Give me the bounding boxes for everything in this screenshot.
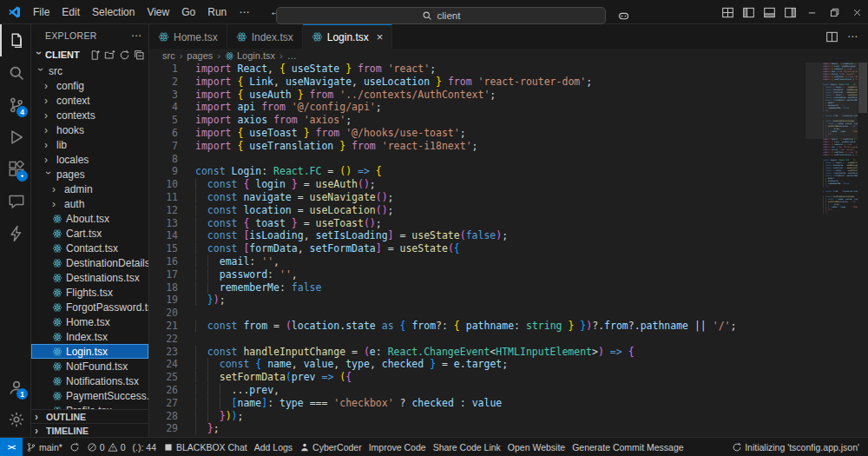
- scrollbar[interactable]: [858, 63, 868, 437]
- more-actions-icon[interactable]: ⋯: [131, 30, 141, 42]
- status-problems[interactable]: 00: [83, 438, 129, 456]
- activity-chat[interactable]: [0, 185, 30, 217]
- activity-extensions[interactable]: •: [0, 153, 30, 185]
- status-generate-commit-message[interactable]: Generate Commit Message: [569, 438, 687, 456]
- activity-search[interactable]: [0, 56, 30, 89]
- activity-blackbox[interactable]: [0, 217, 30, 249]
- tab-index-tsx[interactable]: Index.tsx: [227, 24, 303, 49]
- code-line[interactable]: 13 const { toast } = useToast();: [149, 217, 868, 230]
- code-line[interactable]: 21 const from = (location.state as { fro…: [149, 320, 868, 333]
- tree-item-profile-tsx[interactable]: Profile.tsx: [31, 403, 148, 409]
- menu-run[interactable]: Run: [201, 3, 233, 21]
- code-line[interactable]: 3import { useAuth } from '../contexts/Au…: [149, 89, 868, 102]
- menu-selection[interactable]: Selection: [86, 3, 141, 21]
- activity-accounts[interactable]: 1: [0, 371, 30, 403]
- remote-button[interactable]: ><: [0, 438, 23, 456]
- crumb-more[interactable]: …: [287, 50, 297, 61]
- code-line[interactable]: 2import { Link, useNavigate, useLocation…: [149, 76, 868, 89]
- close-button[interactable]: [845, 0, 868, 24]
- tree-item-admin[interactable]: ›admin: [31, 182, 148, 196]
- refresh-icon[interactable]: [119, 50, 130, 61]
- status-branch[interactable]: main*: [23, 438, 66, 456]
- code-line[interactable]: 4import api from '@/config/api';: [149, 101, 868, 114]
- tree-item-contexts[interactable]: ›contexts: [31, 108, 148, 122]
- tree-item-hooks[interactable]: ›hooks: [31, 122, 148, 137]
- tree-item-forgotpassword-tsx[interactable]: ForgotPassword.tsx: [31, 300, 148, 314]
- tree-item-contact-tsx[interactable]: Contact.tsx: [31, 241, 148, 255]
- tree-item-auth[interactable]: ›auth: [31, 196, 148, 211]
- status-sync[interactable]: [66, 438, 83, 456]
- status-add-logs[interactable]: Add Logs: [251, 438, 296, 456]
- code-line[interactable]: 12 const location = useLocation();: [149, 204, 868, 217]
- code-line[interactable]: 16 email: '',: [149, 255, 868, 268]
- minimize-button[interactable]: [800, 0, 823, 24]
- code-line[interactable]: 5import axios from 'axios';: [149, 114, 868, 127]
- restore-button[interactable]: [823, 0, 845, 24]
- tree-item-cart-tsx[interactable]: Cart.tsx: [31, 226, 148, 241]
- code-line[interactable]: 19 });: [149, 294, 868, 307]
- activity-settings[interactable]: [0, 403, 30, 435]
- new-folder-icon[interactable]: [104, 50, 115, 61]
- tree-item-paymentsuccess-tsx[interactable]: PaymentSuccess.tsx: [31, 388, 148, 403]
- tree-item-context[interactable]: ›context: [31, 93, 148, 108]
- code-line[interactable]: 20: [149, 307, 868, 320]
- code-line[interactable]: 26 ...prev,: [149, 384, 868, 397]
- code-line[interactable]: 22: [149, 333, 868, 346]
- tree-item-login-tsx[interactable]: Login.tsx: [31, 344, 148, 359]
- tab-login-tsx[interactable]: Login.tsx×: [303, 24, 393, 49]
- code-line[interactable]: 10 const { login } = useAuth();: [149, 178, 868, 191]
- tree-item-notifications-tsx[interactable]: Notifications.tsx: [31, 373, 148, 388]
- code-line[interactable]: 23 const handleInputChange = (e: React.C…: [149, 346, 868, 359]
- menu-edit[interactable]: Edit: [56, 3, 86, 21]
- tree-item-flights-tsx[interactable]: Flights.tsx: [31, 285, 148, 300]
- menu-view[interactable]: View: [141, 3, 175, 21]
- code-line[interactable]: 27 [name]: type === 'checkbox' ? checked…: [149, 397, 868, 410]
- activity-run-debug[interactable]: [0, 121, 30, 153]
- layout-panel-icon[interactable]: [759, 0, 779, 24]
- activity-source-control[interactable]: 4: [0, 89, 30, 121]
- command-center-search[interactable]: client: [276, 7, 606, 24]
- section-client[interactable]: › CLIENT: [31, 46, 148, 63]
- tree-item-config[interactable]: ›config: [31, 78, 148, 93]
- copilot-icon[interactable]: [613, 3, 634, 28]
- status-counter[interactable]: (.): 44: [129, 438, 160, 456]
- crumb-src[interactable]: src: [162, 50, 175, 61]
- layout-grid-icon[interactable]: [717, 0, 738, 24]
- tree-item-home-tsx[interactable]: Home.tsx: [31, 314, 148, 329]
- tree-item-destinations-tsx[interactable]: Destinations.tsx: [31, 270, 148, 285]
- scrollbar-thumb[interactable]: [858, 63, 867, 113]
- breadcrumb[interactable]: src›pages›Login.tsx›…: [149, 49, 868, 63]
- split-editor-icon[interactable]: [823, 24, 840, 49]
- status-share-code-link[interactable]: Share Code Link: [430, 438, 504, 456]
- tree-item-destinationdetails[interactable]: DestinationDetails....: [31, 255, 148, 270]
- status-initializing[interactable]: Initializing 'tsconfig.app.json': [728, 438, 863, 456]
- crumb-pages[interactable]: pages: [187, 50, 213, 61]
- code-line[interactable]: 25 setFormData(prev => ({: [149, 371, 868, 384]
- layout-sidebar-icon[interactable]: [738, 0, 759, 24]
- collapse-all-icon[interactable]: [134, 50, 145, 61]
- tree-item-lib[interactable]: ›lib: [31, 137, 148, 152]
- menu-more[interactable]: ⋯: [233, 3, 255, 21]
- code-line[interactable]: 14 const [isLoading, setIsLoading] = use…: [149, 229, 868, 242]
- new-file-icon[interactable]: [89, 50, 101, 61]
- tree-item-locales[interactable]: ›locales: [31, 152, 148, 167]
- status-improve-code[interactable]: Improve Code: [365, 438, 430, 456]
- menu-file[interactable]: File: [27, 3, 56, 21]
- code-line[interactable]: 6import { useToast } from '@/hooks/use-t…: [149, 127, 868, 140]
- crumb-login-tsx[interactable]: Login.tsx: [225, 50, 275, 61]
- status-cybercoder[interactable]: CyberCoder: [296, 438, 365, 456]
- layout-sidebar-right-icon[interactable]: [779, 0, 800, 24]
- tree-item-about-tsx[interactable]: About.tsx: [31, 211, 148, 226]
- tree-item-pages[interactable]: ›pages: [31, 167, 148, 182]
- section-timeline[interactable]: ›TIMELINE: [31, 423, 148, 437]
- code-line[interactable]: 24 const { name, value, type, checked } …: [149, 358, 868, 371]
- activity-explorer[interactable]: [0, 24, 30, 56]
- tree-item-notfound-tsx[interactable]: NotFound.tsx: [31, 359, 148, 373]
- tab-home-tsx[interactable]: Home.tsx: [149, 24, 227, 49]
- code-line[interactable]: 9const Login: React.FC = () => {: [149, 165, 868, 178]
- code-line[interactable]: 7import { useTranslation } from 'react-i…: [149, 140, 868, 153]
- code-line[interactable]: 29 };: [149, 422, 868, 435]
- status-blackbox-chat[interactable]: BLACKBOX Chat: [160, 438, 251, 456]
- code-editor[interactable]: 1import React, { useState } from 'react'…: [149, 63, 868, 437]
- minimap[interactable]: import React, { useState } from 'react';…: [806, 63, 858, 214]
